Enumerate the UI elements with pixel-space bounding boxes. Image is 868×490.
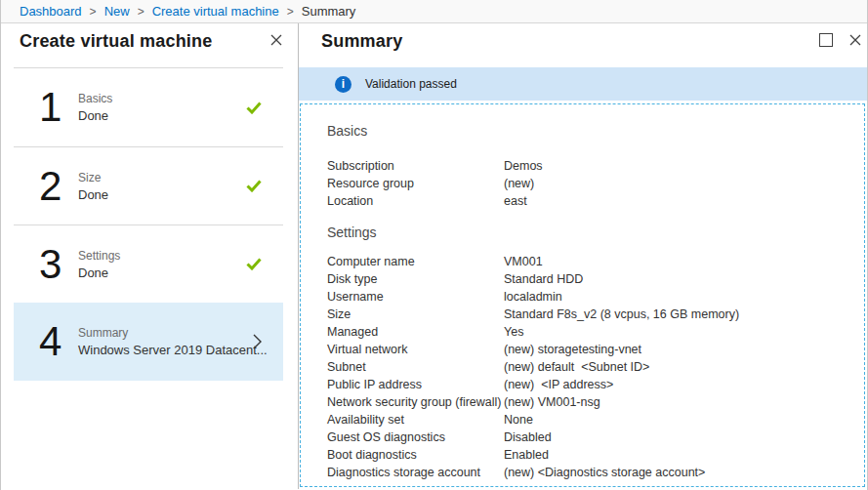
breadcrumb: Dashboard > New > Create virtual machine…: [1, 0, 867, 23]
summary-row: SubscriptionDemos: [327, 157, 864, 175]
breadcrumb-separator: >: [90, 5, 97, 19]
blade-title: Create virtual machine: [20, 31, 270, 52]
section-title-settings: Settings: [327, 225, 864, 240]
close-icon[interactable]: [849, 34, 861, 46]
wizard-steps: 1 Basics Done 2 Size Done: [14, 67, 283, 381]
step-settings[interactable]: 3 Settings Done: [14, 225, 283, 303]
summary-content: Basics SubscriptionDemos Resource group(…: [300, 103, 865, 487]
create-vm-blade: Create virtual machine 1 Basics Done 2 S…: [1, 23, 299, 489]
chevron-right-icon: [253, 334, 262, 349]
summary-row: Public IP address(new) <IP address>: [327, 376, 864, 393]
summary-blade: Summary i Validation passed Basics Subsc…: [299, 23, 867, 489]
breadcrumb-dashboard[interactable]: Dashboard: [20, 4, 82, 19]
blade-title: Summary: [321, 31, 819, 52]
summary-row: Computer nameVM001: [327, 253, 864, 270]
summary-row: Subnet(new) default <Subnet ID>: [327, 358, 864, 376]
summary-row: Usernamelocaladmin: [327, 288, 864, 306]
summary-row: Boot diagnosticsEnabled: [327, 446, 864, 464]
info-icon: i: [335, 76, 351, 93]
step-status: Done: [78, 265, 246, 280]
check-icon: [246, 258, 262, 270]
breadcrumb-separator: >: [138, 5, 145, 19]
check-icon: [246, 180, 262, 192]
summary-row: Resource group(new): [327, 175, 864, 192]
breadcrumb-new[interactable]: New: [104, 4, 130, 19]
maximize-icon[interactable]: [819, 33, 833, 47]
summary-row: SizeStandard F8s_v2 (8 vcpus, 16 GB memo…: [327, 306, 864, 323]
summary-row: Locationeast: [327, 192, 864, 210]
step-status: Done: [78, 108, 246, 123]
check-icon: [246, 102, 262, 114]
step-summary[interactable]: 4 Summary Windows Server 2019 Datacent..…: [14, 303, 283, 381]
validation-banner: i Validation passed: [299, 67, 867, 101]
section-title-basics: Basics: [327, 123, 864, 139]
summary-row: Virtual network(new) storagetesting-vnet: [327, 341, 864, 358]
breadcrumb-create-virtual-machine[interactable]: Create virtual machine: [152, 4, 279, 19]
step-status: Done: [78, 187, 246, 202]
step-number: 1: [39, 84, 78, 131]
step-size[interactable]: 2 Size Done: [14, 146, 283, 225]
step-number: 3: [39, 241, 78, 288]
summary-row: ManagedYes: [327, 323, 864, 341]
step-status: Windows Server 2019 Datacent...: [78, 343, 253, 357]
breadcrumb-summary: Summary: [302, 4, 356, 19]
step-basics[interactable]: 1 Basics Done: [14, 68, 283, 146]
breadcrumb-separator: >: [287, 5, 294, 19]
summary-row: Diagnostics storage account(new) <Diagno…: [327, 464, 864, 481]
close-icon[interactable]: [270, 34, 282, 46]
step-label: Basics: [78, 92, 246, 105]
step-number: 2: [39, 163, 78, 210]
step-label: Settings: [78, 249, 246, 263]
step-number: 4: [39, 318, 78, 365]
summary-row: Guest OS diagnosticsDisabled: [327, 429, 864, 446]
step-label: Size: [78, 171, 246, 184]
summary-row: Network security group (firewall)(new) V…: [327, 393, 864, 411]
step-label: Summary: [78, 326, 253, 340]
summary-row: Disk typeStandard HDD: [327, 270, 864, 288]
summary-row: Availability setNone: [327, 411, 864, 429]
validation-banner-text: Validation passed: [365, 77, 457, 91]
